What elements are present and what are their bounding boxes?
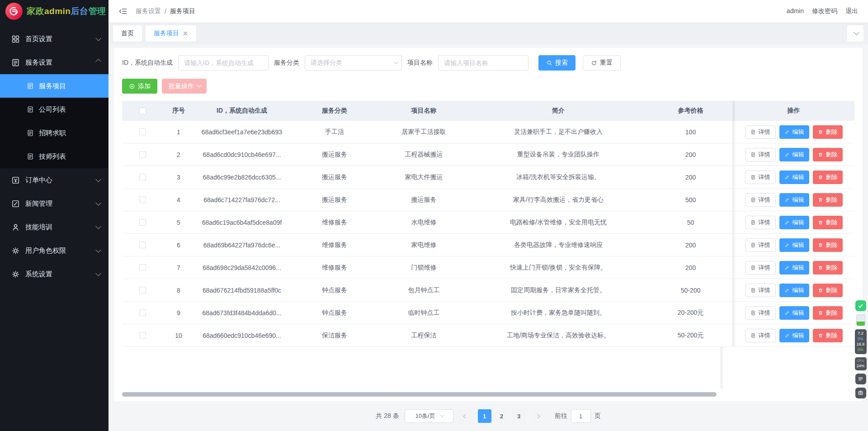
- add-button[interactable]: 添加: [122, 79, 157, 94]
- id-filter-input[interactable]: [178, 55, 269, 71]
- row-checkbox[interactable]: [139, 219, 146, 226]
- search-icon: [546, 60, 552, 66]
- row-checkbox[interactable]: [139, 309, 146, 316]
- username[interactable]: admin: [787, 7, 804, 15]
- row-checkbox[interactable]: [139, 287, 146, 294]
- prev-page-button[interactable]: [459, 409, 472, 423]
- select-all-checkbox[interactable]: [139, 108, 146, 114]
- edit-button[interactable]: 编辑: [779, 125, 809, 139]
- edit-button[interactable]: 编辑: [779, 284, 809, 297]
- detail-icon: [750, 175, 756, 180]
- page-size-select[interactable]: 10条/页: [405, 409, 453, 423]
- table-cell-seq: 3: [163, 174, 194, 181]
- detail-button[interactable]: 详情: [745, 193, 776, 207]
- reset-button[interactable]: 重置: [583, 55, 621, 71]
- delete-button[interactable]: 删除: [813, 306, 843, 320]
- sidebar-subitem-2[interactable]: 招聘求职: [0, 121, 108, 145]
- category-select[interactable]: 请选择分类: [305, 55, 402, 71]
- row-checkbox[interactable]: [139, 174, 146, 180]
- net-down-percent: 0%: [855, 347, 867, 352]
- delete-button-label: 删除: [826, 309, 838, 317]
- delete-button[interactable]: 删除: [813, 238, 843, 252]
- page-button-1[interactable]: 1: [478, 409, 491, 423]
- delete-button[interactable]: 删除: [813, 193, 843, 207]
- search-button[interactable]: 搜索: [538, 55, 576, 71]
- row-checkbox[interactable]: [139, 264, 146, 271]
- row-actions: 详情编辑删除: [732, 234, 854, 256]
- sidebar-subitem-1[interactable]: 公司列表: [0, 98, 108, 121]
- delete-button[interactable]: 删除: [813, 125, 843, 139]
- table-row: 568ad6c19ac6b4af5dce8a09f维修服务水电维修电路检修/水管…: [122, 211, 854, 234]
- table-cell-intro: 家具/行李高效搬运，省力更省心: [468, 196, 649, 204]
- screenshot-icon[interactable]: [855, 388, 866, 398]
- sidebar-subitem-3[interactable]: 技师列表: [0, 145, 108, 168]
- row-checkbox[interactable]: [139, 196, 146, 203]
- tab-home[interactable]: 首页: [113, 25, 142, 42]
- row-checkbox-cell: [122, 264, 163, 271]
- row-checkbox[interactable]: [139, 332, 146, 339]
- delete-button-label: 删除: [826, 241, 838, 249]
- collapse-sidebar-icon[interactable]: [118, 7, 127, 16]
- scrollbar-thumb[interactable]: [122, 392, 717, 397]
- edit-button[interactable]: 编辑: [779, 216, 809, 229]
- book-icon: [11, 58, 20, 67]
- row-checkbox[interactable]: [139, 128, 146, 135]
- breadcrumb-item[interactable]: 服务设置: [136, 7, 161, 15]
- delete-button[interactable]: 删除: [813, 171, 843, 184]
- edit-button[interactable]: 编辑: [779, 148, 809, 161]
- batch-actions-button[interactable]: 批量操作: [162, 79, 207, 94]
- detail-button[interactable]: 详情: [745, 306, 776, 320]
- tab-label: 首页: [121, 29, 134, 38]
- page-button-3[interactable]: 3: [512, 409, 526, 423]
- list-icon[interactable]: [855, 374, 866, 384]
- sidebar-item-0[interactable]: 首页设置: [0, 27, 108, 51]
- detail-button[interactable]: 详情: [745, 284, 776, 297]
- tab-list-dropdown[interactable]: [847, 25, 863, 42]
- name-filter-input[interactable]: [438, 55, 528, 71]
- delete-button[interactable]: 删除: [813, 284, 843, 297]
- edit-button[interactable]: 编辑: [779, 261, 809, 275]
- tab-service-items[interactable]: 服务项目: [146, 25, 196, 42]
- battery-icon[interactable]: [856, 314, 865, 326]
- row-checkbox[interactable]: [139, 151, 146, 158]
- change-password-link[interactable]: 修改密码: [812, 7, 837, 15]
- sidebar-item-label: 系统设置: [25, 270, 95, 279]
- sidebar-item-2[interactable]: 订单中心: [0, 168, 108, 192]
- detail-button[interactable]: 详情: [745, 216, 776, 229]
- goto-page-input[interactable]: [571, 409, 591, 423]
- edit-button[interactable]: 编辑: [779, 329, 809, 342]
- edit-button-label: 编辑: [793, 173, 804, 181]
- edit-button[interactable]: 编辑: [779, 306, 809, 320]
- delete-button-label: 删除: [826, 128, 838, 136]
- detail-button[interactable]: 详情: [745, 148, 776, 161]
- table-toolbar: 添加 批量操作: [122, 77, 854, 101]
- detail-button[interactable]: 详情: [745, 329, 776, 342]
- detail-button[interactable]: 详情: [745, 125, 776, 139]
- next-page-button[interactable]: [531, 409, 545, 423]
- edit-button[interactable]: 编辑: [779, 193, 809, 207]
- detail-button[interactable]: 详情: [745, 261, 776, 275]
- edit-icon: [784, 175, 790, 180]
- sidebar-item-1[interactable]: 服务设置: [0, 51, 108, 74]
- delete-button[interactable]: 删除: [813, 261, 843, 275]
- row-checkbox[interactable]: [139, 242, 146, 248]
- sidebar-item-4[interactable]: 技能培训: [0, 215, 108, 239]
- delete-button[interactable]: 删除: [813, 148, 843, 161]
- delete-button[interactable]: 删除: [813, 329, 843, 342]
- edit-button[interactable]: 编辑: [779, 238, 809, 252]
- sidebar-item-3[interactable]: 新闻管理: [0, 192, 108, 215]
- monitor-check-icon[interactable]: [855, 300, 866, 311]
- detail-button[interactable]: 详情: [745, 171, 776, 184]
- sidebar-item-6[interactable]: 系统设置: [0, 262, 108, 286]
- edit-button[interactable]: 编辑: [779, 171, 809, 184]
- sidebar-item-5[interactable]: 用户角色权限: [0, 239, 108, 262]
- close-tab-icon[interactable]: [183, 31, 188, 36]
- chevron-down-icon: [95, 35, 101, 41]
- page-button-2[interactable]: 2: [495, 409, 509, 423]
- logout-link[interactable]: 退出: [845, 7, 858, 15]
- delete-button[interactable]: 删除: [813, 216, 843, 229]
- table-cell-price: 200: [649, 264, 732, 271]
- sidebar-subitem-0[interactable]: 服务项目: [0, 74, 108, 98]
- detail-button[interactable]: 详情: [745, 238, 776, 252]
- breadcrumb-separator: /: [165, 8, 166, 15]
